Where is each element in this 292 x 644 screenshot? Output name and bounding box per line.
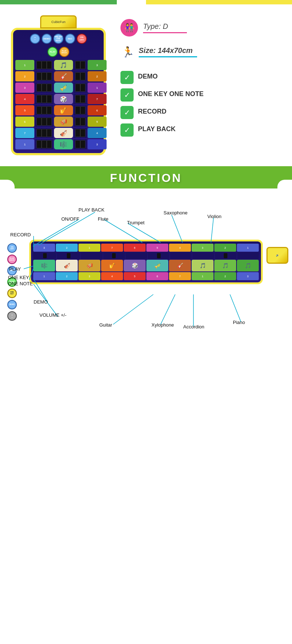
h-key-9[interactable]: 2 [214,244,236,252]
mat-btn-one-key[interactable]: ONE KEYONE NOTE [53,34,64,44]
diagram-container: ONOFF PLAYBACK REC PLAY ONEKEY DEMO +− 🔊… [7,196,285,349]
white-key-left-7[interactable]: 7 [15,128,34,138]
h-key-3[interactable]: 1 [78,244,100,252]
h-bkey-5[interactable]: 5 [124,272,146,280]
h-key-8[interactable]: 3 [192,244,214,252]
h-bk-3 [81,252,102,259]
h-bkey-6[interactable]: 6 [146,272,168,280]
mat-btn-demo[interactable]: DEMO [42,34,52,44]
h-bk-2 [57,252,80,259]
feature-info: 👫 Type: D 🏃 Size: 144x70cm ✓ DEMO ✓ ONE … [110,15,285,141]
size-text-wrap: Size: 144x70cm [139,46,197,57]
feature-label-one-key: ONE KEY ONE NOTE [138,88,204,98]
check-one-key: ✓ [120,88,134,102]
h-instr-8: 🎵 [192,260,214,271]
h-instr-2: 🎻 [56,260,78,271]
h-bk-10 [237,252,259,259]
white-key-left-3[interactable]: 3 [15,83,34,93]
white-key-right-7[interactable]: 4 [88,128,107,138]
feature-label-playback: PLAY BACK [138,123,176,133]
black-keys-3r [74,83,87,93]
h-bkey-9[interactable]: 2 [214,272,236,280]
black-keys-7 [35,128,53,138]
annot-volume: VOLUME +/- [39,312,66,319]
h-key-5[interactable]: 6 [124,244,146,252]
white-key-left-1[interactable]: 1 [15,60,34,70]
mat-btn-record[interactable]: REC [65,34,75,44]
mat-body: +− DEMO ONE KEYONE NOTE REC ONOFF PLAY P… [11,28,106,155]
type-label: Type: D [143,22,187,31]
white-key-left-4[interactable]: 4 [15,94,34,104]
check-demo: ✓ [120,71,134,84]
h-bkey-3[interactable]: 3 [78,272,100,280]
function-title: FUNCTION [110,171,182,184]
h-key-1[interactable]: 3 [33,244,55,252]
h-key-6[interactable]: 5 [146,244,168,252]
white-key-right-5[interactable]: 6 [88,105,107,115]
notch-left [0,180,15,188]
h-piano-mat: ONOFF PLAYBACK REC PLAY ONEKEY DEMO +− 🔊… [29,240,263,284]
white-key-right-6[interactable]: 5 [88,117,107,127]
h-instruments: 🎼 🎻 🪗 🎷 🎲 🎺 🎸 🎵 🎵 🎵 [33,260,259,271]
type-underline [143,32,187,33]
instrument-3: 🎺 [54,83,73,93]
h-speaker: 🔊 [266,247,288,264]
h-bk-4 [103,252,125,259]
mat-buttons-row2: PLAY PLAYBACK [15,47,101,57]
h-key-4[interactable]: 7 [101,244,123,252]
h-key-2[interactable]: 2 [56,244,78,252]
h-bkey-4[interactable]: 4 [101,272,123,280]
h-bkey-8[interactable]: 1 [192,272,214,280]
key-row-8: 1 🎼 3 [15,139,101,149]
h-key-10[interactable]: 1 [237,244,259,252]
key-row-5: 5 🎷 6 [15,105,101,115]
white-key-right-1[interactable]: 3 [88,60,107,70]
black-keys-2 [35,71,53,81]
white-key-right-8[interactable]: 3 [88,139,107,149]
h-bkey-2[interactable]: 2 [56,272,78,280]
white-key-left-5[interactable]: 5 [15,105,34,115]
white-key-right-3[interactable]: 1 [88,83,107,93]
svg-line-12 [161,294,175,324]
h-key-7[interactable]: 4 [169,244,191,252]
h-bottom-keys: 1 2 3 4 5 6 7 1 2 3 [33,272,259,280]
feature-label-record: RECORD [138,106,166,116]
top-color-bars [0,0,292,4]
h-btn-2[interactable]: PLAYBACK [7,255,17,264]
mat-btn-playback[interactable]: PLAYBACK [59,47,69,57]
size-row: 🏃 Size: 144x70cm [120,43,281,61]
h-bkey-7[interactable]: 7 [169,272,191,280]
keys-section: 1 🎵 3 2 🎸 [15,60,101,149]
h-btn-7[interactable]: +− [7,311,17,321]
h-btn-5[interactable]: ONEKEY [7,289,17,298]
feature-item-demo: ✓ DEMO [120,71,281,84]
key-row-7: 7 🎻 4 [15,128,101,138]
h-btn-6[interactable]: DEMO [7,300,17,309]
white-key-left-2[interactable]: 2 [15,71,34,81]
size-icon: 🏃 [120,43,135,61]
white-key-right-4[interactable]: 7 [88,94,107,104]
white-key-right-2[interactable]: 2 [88,71,107,81]
black-keys-8 [35,139,53,149]
annot-onoff: ON/OFF [61,216,79,222]
mat-btn-volume[interactable]: +− [30,34,40,44]
black-keys-2r [74,71,87,81]
instrument-5: 🎷 [54,105,73,115]
annot-demo: DEMO [34,299,48,305]
h-btn-1[interactable]: ONOFF [7,243,17,253]
h-bkey-10[interactable]: 3 [237,272,259,280]
instrument-7: 🎻 [54,128,73,138]
key-row-3: 3 🎺 1 [15,83,101,93]
white-key-left-8[interactable]: 1 [15,139,34,149]
section-function: FUNCTION [0,166,292,188]
annot-play: PLAY [9,266,21,273]
type-icon: 👫 [120,19,138,37]
white-key-left-6[interactable]: 6 [15,117,34,127]
bar-gap [117,0,146,4]
check-record: ✓ [120,106,134,119]
key-row-1: 1 🎵 3 [15,60,101,70]
mat-btn-play[interactable]: PLAY [47,47,58,57]
h-bkey-1[interactable]: 1 [33,272,55,280]
instrument-4: 🎲 [54,94,73,104]
mat-btn-onoff[interactable]: ONOFF [77,34,87,44]
